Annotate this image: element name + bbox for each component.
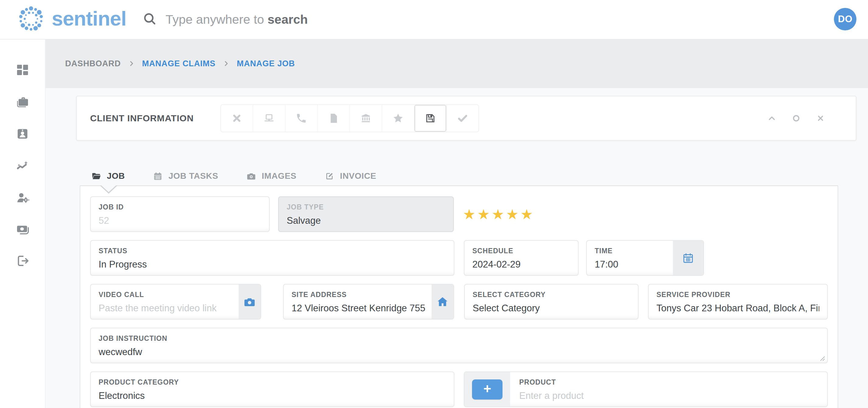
product-category-label: PRODUCT CATEGORY <box>99 378 446 386</box>
global-search-input[interactable]: Type anywhere to search <box>143 0 416 39</box>
camera-icon <box>243 296 256 308</box>
search-icon <box>143 11 157 27</box>
dashboard-icon <box>15 63 30 77</box>
bank-icon <box>360 112 372 124</box>
job-id-field[interactable]: JOB ID 52 <box>90 196 270 232</box>
job-tabs: JOB JOB TASKS IMAGES <box>91 167 376 185</box>
edit-invoice-icon <box>324 171 335 181</box>
product-add-addon: + <box>464 372 510 406</box>
service-provider-label: SERVICE PROVIDER <box>656 291 819 299</box>
home-icon <box>436 296 449 308</box>
document-icon <box>328 112 339 124</box>
laptop-icon <box>263 112 275 124</box>
phone-button[interactable] <box>285 105 317 132</box>
cancel-button[interactable] <box>221 105 253 132</box>
time-calendar-addon[interactable] <box>673 241 703 275</box>
laptop-button[interactable] <box>253 105 285 132</box>
save-floppy-icon <box>425 112 436 124</box>
main-content: DASHBOARD MANAGE CLAIMS MANAGE JOB CLIEN… <box>45 39 868 408</box>
sidebar-item-contacts[interactable] <box>15 127 30 141</box>
breadcrumb-manage-job[interactable]: MANAGE JOB <box>237 59 295 68</box>
sidebar-item-jobs[interactable] <box>15 95 30 109</box>
rating-stars[interactable]: ★★★★★ <box>463 207 535 221</box>
sidebar-item-dashboard[interactable] <box>15 63 30 77</box>
calendar-icon <box>682 252 694 265</box>
save-button[interactable] <box>414 105 446 132</box>
sidebar-item-analytics[interactable] <box>15 159 30 173</box>
sidebar-item-user-settings[interactable] <box>15 190 30 205</box>
analytics-icon <box>15 159 30 173</box>
sidebar-item-logout[interactable] <box>15 253 30 268</box>
job-id-label: JOB ID <box>99 203 261 211</box>
schedule-field[interactable]: SCHEDULE 2024-02-29 <box>464 240 579 276</box>
product-category-field[interactable]: PRODUCT CATEGORY Electronics <box>90 372 455 407</box>
form-row-4: JOB INSTRUCTION wecwedfw <box>90 328 828 363</box>
job-type-label: JOB TYPE <box>287 203 445 211</box>
schedule-label: SCHEDULE <box>472 247 570 255</box>
status-field[interactable]: STATUS In Progress <box>90 240 455 276</box>
tab-job[interactable]: JOB <box>91 171 125 181</box>
bank-button[interactable] <box>349 105 382 132</box>
panel-window-controls <box>767 113 826 123</box>
contacts-badge-icon <box>15 127 30 141</box>
job-instruction-value: wecwedfw <box>99 347 819 358</box>
logo-text: sentinel <box>52 8 126 31</box>
chevron-right-icon <box>128 60 135 67</box>
close-icon <box>816 113 826 123</box>
resize-grip-icon <box>819 355 826 362</box>
textarea-resize-handle[interactable] <box>819 355 826 362</box>
status-label: STATUS <box>99 247 446 255</box>
site-address-field[interactable]: SITE ADDRESS 12 Vleiroos Street Kenridge… <box>283 284 454 319</box>
star-button[interactable] <box>382 105 414 132</box>
calendar-icon <box>153 171 163 181</box>
job-instruction-field[interactable]: JOB INSTRUCTION wecwedfw <box>90 328 828 363</box>
job-id-value: 52 <box>99 215 261 226</box>
video-call-camera-addon[interactable] <box>239 284 260 319</box>
tab-job-label: JOB <box>107 171 125 181</box>
time-label: TIME <box>595 247 668 255</box>
logout-icon <box>15 253 30 268</box>
select-category-value: Select Category <box>473 303 630 314</box>
app-logo[interactable]: sentinel <box>16 4 126 35</box>
breadcrumb-dashboard[interactable]: DASHBOARD <box>65 59 121 68</box>
breadcrumb: DASHBOARD MANAGE CLAIMS MANAGE JOB <box>65 39 295 88</box>
site-address-home-addon[interactable] <box>432 284 454 319</box>
camera-icon <box>246 171 256 181</box>
confirm-button[interactable] <box>446 105 478 132</box>
breadcrumb-manage-claims[interactable]: MANAGE CLAIMS <box>142 59 215 68</box>
chevron-right-icon <box>223 60 229 67</box>
service-provider-value: Tonys Car 23 Hobart Road, Block A, Fir <box>656 303 819 314</box>
product-field[interactable]: PRODUCT Enter a product <box>510 372 827 406</box>
service-provider-field[interactable]: SERVICE PROVIDER Tonys Car 23 Hobart Roa… <box>648 284 828 319</box>
left-sidebar <box>0 39 45 408</box>
tab-invoice[interactable]: INVOICE <box>324 171 376 181</box>
document-button[interactable] <box>317 105 349 132</box>
tab-job-tasks[interactable]: JOB TASKS <box>153 171 218 181</box>
chevron-up-icon <box>767 113 777 123</box>
video-call-placeholder: Paste the meeting video link <box>99 303 233 314</box>
time-field[interactable]: TIME 17:00 <box>586 240 704 276</box>
refresh-panel-button[interactable] <box>791 113 801 123</box>
job-form-panel: JOB ID 52 JOB TYPE Salvage ★★★★★ STATUS … <box>80 185 838 408</box>
product-group: + PRODUCT Enter a product <box>464 372 828 407</box>
user-settings-icon <box>15 190 30 205</box>
tab-images[interactable]: IMAGES <box>246 171 297 181</box>
status-value: In Progress <box>99 259 446 270</box>
select-category-field[interactable]: SELECT CATEGORY Select Category <box>464 284 639 319</box>
tab-images-label: IMAGES <box>262 171 297 181</box>
page: sentinel Type anywhere to search DO <box>0 0 868 408</box>
circle-icon <box>791 113 801 123</box>
job-type-value: Salvage <box>287 215 445 226</box>
collapse-panel-button[interactable] <box>767 113 777 123</box>
add-product-button[interactable]: + <box>472 379 502 400</box>
product-placeholder: Enter a product <box>519 390 818 401</box>
client-information-panel: CLIENT INFORMATION <box>76 96 857 141</box>
video-call-field[interactable]: VIDEO CALL Paste the meeting video link <box>90 284 261 319</box>
user-avatar[interactable]: DO <box>834 8 857 30</box>
sidebar-item-payments[interactable] <box>15 222 30 237</box>
schedule-value: 2024-02-29 <box>472 259 570 270</box>
job-form: JOB ID 52 JOB TYPE Salvage ★★★★★ STATUS … <box>80 186 838 408</box>
close-panel-button[interactable] <box>816 113 826 123</box>
client-toolbar <box>220 104 479 132</box>
logo-ring-icon <box>16 4 46 35</box>
